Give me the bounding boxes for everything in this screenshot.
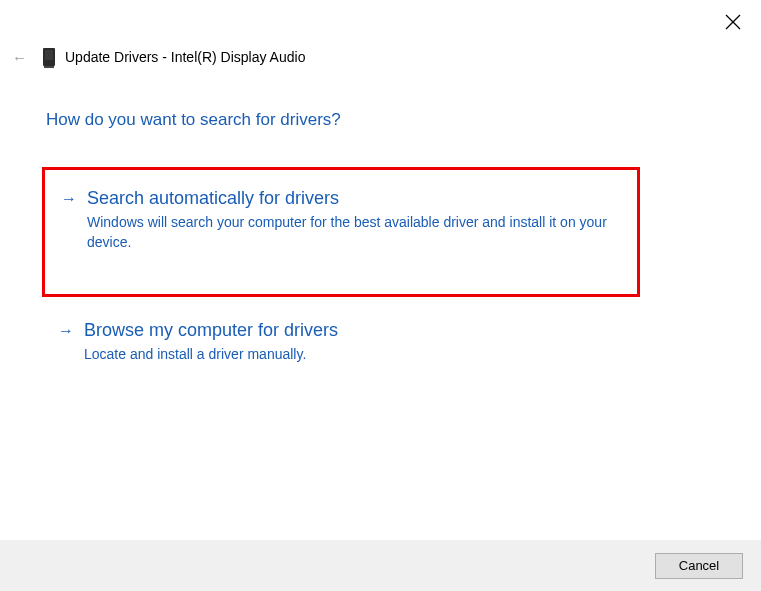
option-title: Browse my computer for drivers <box>84 320 338 341</box>
option-description: Windows will search your computer for th… <box>87 213 621 252</box>
option-header: → Browse my computer for drivers <box>58 320 640 341</box>
back-arrow-icon: ← <box>12 49 27 66</box>
option-search-automatically[interactable]: → Search automatically for drivers Windo… <box>42 167 640 297</box>
arrow-right-icon: → <box>58 322 74 340</box>
option-browse-computer[interactable]: → Browse my computer for drivers Locate … <box>58 320 640 365</box>
option-header: → Search automatically for drivers <box>61 188 621 209</box>
option-title: Search automatically for drivers <box>87 188 339 209</box>
close-icon <box>725 14 741 30</box>
arrow-right-icon: → <box>61 190 77 208</box>
wizard-title: Update Drivers - Intel(R) Display Audio <box>65 49 305 65</box>
option-description: Locate and install a driver manually. <box>84 345 624 365</box>
wizard-header: ← Update Drivers - Intel(R) Display Audi… <box>12 48 305 66</box>
close-button[interactable] <box>725 14 741 30</box>
device-icon <box>43 48 55 66</box>
page-heading: How do you want to search for drivers? <box>46 110 341 130</box>
cancel-button[interactable]: Cancel <box>655 553 743 579</box>
footer-bar: Cancel <box>0 540 761 591</box>
